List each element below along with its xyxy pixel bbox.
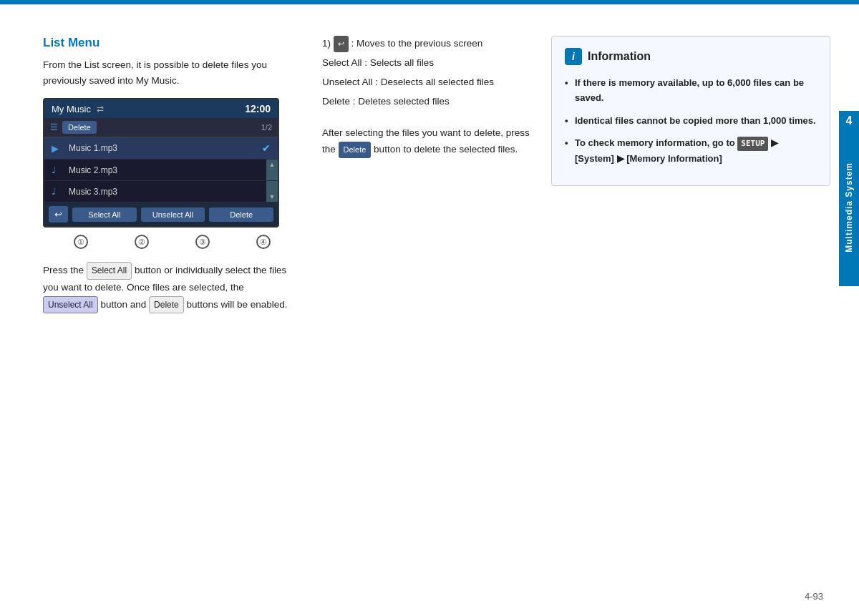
info-bullet-2: Identical files cannot be copied more th…	[565, 113, 817, 128]
item-name: Music 2.mp3	[69, 165, 117, 175]
list-icon: ☰	[50, 122, 58, 132]
unselect-all-button[interactable]: Unselect All	[141, 207, 205, 222]
press-text: Press the Select All button or individua…	[43, 262, 301, 313]
select-all-button[interactable]: Select All	[72, 207, 137, 222]
scroll-bar: ▲	[266, 160, 278, 180]
check-icon: ✔	[262, 142, 271, 154]
description-text: From the List screen, it is possible to …	[43, 57, 301, 88]
device-header: My Music ⇄ 12:00	[44, 99, 278, 118]
circle-labels: ① ② ③ ④	[43, 230, 301, 253]
delete-button[interactable]: Delete	[209, 207, 273, 222]
delete-inline-btn: Delete	[149, 296, 184, 313]
list-item[interactable]: ▶ Music 1.mp3 ✔	[44, 137, 278, 160]
device-title: My Music	[52, 104, 91, 114]
back-icon: ↩	[334, 36, 349, 52]
bullet-1-text: If there is memory available, up to 6,00…	[575, 77, 804, 103]
toolbar-delete-btn[interactable]: Delete	[62, 121, 97, 134]
info-bullets: If there is memory available, up to 6,00…	[565, 75, 817, 167]
scroll-bar-bottom: ▼	[266, 181, 278, 202]
press-text-3: button and	[100, 299, 146, 310]
device-time: 12:00	[245, 103, 271, 114]
steps-list: 1) ↩ : Moves to the previous screen Sele…	[322, 36, 530, 110]
device-header-icon: ⇄	[97, 104, 104, 114]
info-icon: i	[565, 48, 582, 65]
step-3-text: Unselect All : Deselects all selected fi…	[322, 77, 494, 87]
step-1: 1) ↩ : Moves to the previous screen	[322, 36, 530, 52]
step-1-num: 1)	[322, 38, 334, 49]
side-tab: Multimedia System	[839, 129, 859, 286]
circle-4: ④	[256, 235, 271, 249]
left-column: List Menu From the List screen, it is po…	[43, 21, 301, 587]
list-item[interactable]: ♩ Music 3.mp3 ▼	[44, 181, 278, 202]
bullet-3-text: To check memory information, go to	[575, 137, 735, 148]
bullet-2-text: Identical files cannot be copied more th…	[575, 115, 816, 126]
toolbar-page: 1/2	[261, 123, 272, 132]
main-content: List Menu From the List screen, it is po…	[43, 21, 830, 587]
step-1-text: : Moves to the previous screen	[351, 38, 483, 49]
back-button[interactable]: ↩	[49, 206, 68, 223]
right-column: i Information If there is memory availab…	[551, 21, 830, 587]
press-text-4: buttons will be enabled.	[187, 299, 288, 310]
music-icon: ♩	[52, 165, 63, 175]
step-2-text: Select All : Selects all files	[322, 57, 434, 68]
setup-tag: SETUP	[737, 137, 768, 151]
info-bullet-1: If there is memory available, up to 6,00…	[565, 75, 817, 106]
info-title: Information	[588, 50, 651, 63]
unselect-all-inline-btn: Unselect All	[43, 296, 98, 313]
step-2: Select All : Selects all files	[322, 55, 530, 72]
circle-2: ②	[135, 235, 149, 249]
delete-inline-mid: Delete	[339, 142, 372, 158]
chapter-number: 4	[839, 111, 859, 131]
scroll-up: ▲	[269, 161, 276, 168]
device-footer: ↩ Select All Unselect All Delete	[44, 202, 278, 226]
info-bullet-3: To check memory information, go to SETUP…	[565, 135, 817, 167]
circle-1: ①	[74, 235, 88, 249]
select-all-inline-btn: Select All	[87, 262, 132, 279]
press-text-1: Press the	[43, 265, 84, 275]
step-4: Delete : Deletes selected files	[322, 94, 530, 110]
top-rule	[0, 4, 859, 5]
item-name: Music 3.mp3	[69, 187, 117, 197]
info-header: i Information	[565, 48, 817, 65]
page-number: 4-93	[805, 591, 823, 602]
device-toolbar: ☰ Delete 1/2	[44, 118, 278, 137]
step-3: Unselect All : Deselects all selected fi…	[322, 74, 530, 91]
item-name: Music 1.mp3	[69, 143, 117, 153]
device-screen: My Music ⇄ 12:00 ☰ Delete 1/2 ▶ Music 1.…	[43, 98, 279, 228]
play-icon: ▶	[52, 143, 63, 154]
section-title: List Menu	[43, 36, 301, 50]
device-header-left: My Music ⇄	[52, 104, 104, 114]
side-tab-label: Multimedia System	[844, 162, 854, 253]
middle-column: 1) ↩ : Moves to the previous screen Sele…	[322, 21, 530, 587]
device-list: ▶ Music 1.mp3 ✔ ♩ Music 2.mp3 ▲ ♩ Music …	[44, 137, 278, 202]
after-text-2: button to delete the selected files.	[374, 144, 518, 155]
scroll-down: ▼	[269, 193, 276, 200]
circle-3: ③	[195, 235, 210, 249]
music-icon: ♩	[52, 186, 63, 197]
step-4-text: Delete : Deletes selected files	[322, 96, 450, 107]
info-box: i Information If there is memory availab…	[551, 36, 830, 186]
list-item[interactable]: ♩ Music 2.mp3 ▲	[44, 160, 278, 181]
after-text: After selecting the files you want to de…	[322, 124, 530, 159]
